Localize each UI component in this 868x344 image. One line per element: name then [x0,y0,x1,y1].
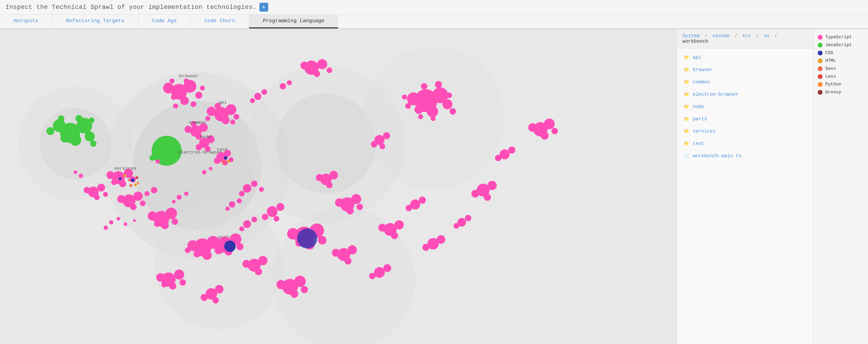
svg-point-15 [76,115,83,122]
tab-refactoring[interactable]: Refactoring Targets [52,15,138,28]
legend-item-javascript: JavaScript [818,42,864,48]
svg-point-196 [332,249,340,257]
svg-point-120 [335,198,344,207]
svg-point-27 [195,92,202,99]
svg-point-164 [209,167,212,170]
breadcrumb-sep-1: / [705,33,707,39]
tab-programming-language[interactable]: Programming Language [249,15,338,28]
svg-point-64 [128,179,130,181]
svg-point-58 [107,171,114,179]
svg-point-72 [421,83,428,90]
legend-label-groovy: Groovy [825,90,841,95]
svg-point-93 [154,221,160,227]
label-electron-browser: electron-browser [178,150,223,155]
svg-point-166 [79,174,83,178]
file-name-api: api [693,55,701,60]
legend-dot-sass [818,66,823,71]
tab-hotspots[interactable]: Hotspots [0,15,52,28]
svg-point-39 [233,114,239,120]
svg-point-85 [383,132,390,139]
folder-icon-browser: 📁 [684,67,689,72]
folder-icon-electron-browser: 📁 [684,92,689,97]
svg-point-186 [258,256,268,265]
svg-point-146 [419,197,426,204]
svg-point-149 [261,89,267,95]
file-item-api[interactable]: 📁 api [677,51,813,64]
tab-code-age[interactable]: Code Age [138,15,191,28]
file-item-parts[interactable]: 📁 parts [677,113,813,125]
file-item-node[interactable]: 📁 node [677,101,813,113]
svg-point-22 [155,159,160,164]
svg-point-192 [290,290,298,298]
legend-panel: TypeScript JavaScript CSS HTML Sass Less… [813,29,868,344]
svg-point-223 [236,243,244,250]
svg-point-216 [528,123,537,132]
file-item-test[interactable]: 📁 test [677,137,813,150]
legend-label-python: Python [825,82,841,87]
file-icon-ts: 📄 [684,153,689,159]
folder-icon-common: 📁 [684,79,689,85]
svg-point-49 [195,144,202,150]
svg-point-197 [344,257,352,265]
svg-point-206 [453,223,459,229]
svg-point-210 [484,194,491,201]
file-name-node: node [693,104,704,109]
svg-point-86 [371,141,377,148]
svg-point-73 [449,108,456,115]
svg-point-78 [418,114,423,119]
legend-item-groovy: Groovy [818,90,864,95]
svg-point-59 [119,180,126,187]
main-content: browser api common node e [0,29,868,344]
svg-point-17 [46,127,54,135]
file-item-services[interactable]: 📁 services [677,125,813,137]
folder-icon-api: 📁 [684,55,689,60]
svg-point-158 [104,226,108,230]
breadcrumb-vs[interactable]: vs [764,33,770,39]
svg-point-53 [214,158,220,164]
add-button[interactable]: + [259,3,268,12]
svg-point-18 [90,140,97,147]
svg-point-69 [443,99,452,109]
breadcrumb-sep-4: / [774,33,777,39]
svg-point-82 [314,70,320,77]
svg-point-13 [60,134,69,143]
svg-point-143 [378,224,386,231]
file-item-workbench-main[interactable]: 📄 workbench.main.ts [677,150,813,162]
svg-point-119 [351,194,361,204]
breadcrumb-src[interactable]: src [742,33,751,39]
svg-point-177 [156,273,165,282]
svg-point-165 [74,170,77,174]
svg-point-138 [229,201,235,208]
svg-point-131 [267,206,277,217]
svg-point-129 [239,191,245,197]
svg-point-16 [58,115,64,122]
svg-point-83 [326,67,332,73]
legend-item-html: HTML [818,58,864,63]
svg-point-160 [177,195,182,200]
file-item-browser[interactable]: 📁 browser [677,64,813,76]
svg-point-125 [316,174,323,181]
svg-point-81 [300,62,308,69]
svg-point-36 [207,107,216,116]
svg-point-41 [205,116,211,121]
svg-point-215 [544,119,555,129]
svg-point-200 [369,273,376,279]
label-api: api [218,100,227,105]
file-item-electron-browser[interactable]: 📁 electron-browser [677,88,813,101]
breadcrumb-system[interactable]: System [682,33,700,39]
svg-point-156 [117,217,120,220]
svg-point-202 [437,235,445,244]
svg-point-150 [250,98,255,103]
breadcrumb-vscode[interactable]: vscode [713,33,730,39]
svg-point-124 [329,171,338,179]
svg-point-147 [406,205,412,211]
header-bar: Inspect the Technical Sprawl of your imp… [0,0,868,15]
folder-icon-services: 📁 [684,129,689,134]
file-item-common[interactable]: 📁 common [677,76,813,88]
svg-point-188 [255,268,262,275]
tabs-bar: Hotspots Refactoring Targets Code Age Co… [0,15,868,29]
tab-code-churn[interactable]: Code Churn [191,15,249,28]
svg-point-89 [165,208,177,219]
legend-dot-python [818,82,823,87]
svg-point-154 [145,191,150,196]
